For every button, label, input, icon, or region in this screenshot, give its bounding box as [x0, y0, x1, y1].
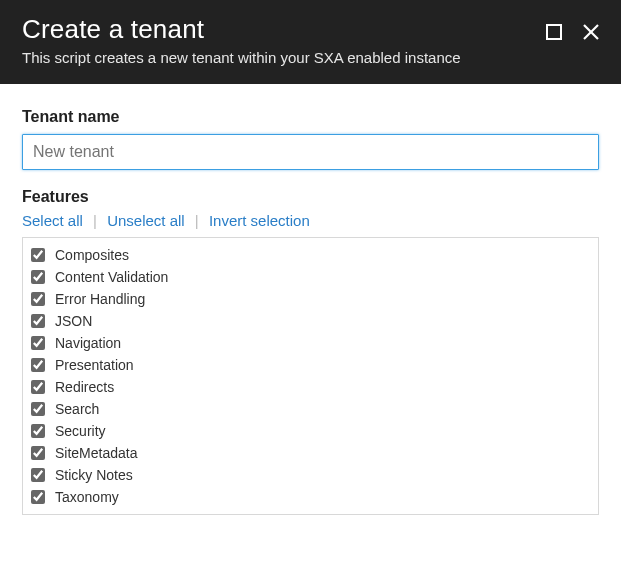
feature-label: Security	[55, 423, 106, 439]
feature-row: Search	[29, 398, 592, 420]
feature-row: SiteMetadata	[29, 442, 592, 464]
feature-row: Redirects	[29, 376, 592, 398]
feature-row: Taxonomy	[29, 486, 592, 508]
feature-checkbox[interactable]	[31, 358, 45, 372]
features-list: CompositesContent ValidationError Handli…	[22, 237, 599, 515]
invert-selection-link[interactable]: Invert selection	[209, 212, 310, 229]
dialog-body: Tenant name Features Select all | Unsele…	[0, 84, 621, 515]
feature-checkbox[interactable]	[31, 446, 45, 460]
select-all-link[interactable]: Select all	[22, 212, 83, 229]
feature-row: Error Handling	[29, 288, 592, 310]
feature-checkbox[interactable]	[31, 402, 45, 416]
maximize-icon[interactable]	[545, 23, 563, 41]
feature-label: Redirects	[55, 379, 114, 395]
separator: |	[195, 212, 199, 229]
feature-checkbox[interactable]	[31, 424, 45, 438]
tenant-name-label: Tenant name	[22, 108, 599, 126]
svg-rect-0	[547, 25, 561, 39]
feature-row: Composites	[29, 244, 592, 266]
feature-actions: Select all | Unselect all | Invert selec…	[22, 212, 599, 229]
feature-row: Sticky Notes	[29, 464, 592, 486]
window-controls	[545, 22, 601, 42]
unselect-all-link[interactable]: Unselect all	[107, 212, 185, 229]
feature-checkbox[interactable]	[31, 292, 45, 306]
tenant-name-input[interactable]	[22, 134, 599, 170]
feature-checkbox[interactable]	[31, 468, 45, 482]
close-icon[interactable]	[581, 22, 601, 42]
feature-checkbox[interactable]	[31, 336, 45, 350]
dialog-subtitle: This script creates a new tenant within …	[22, 49, 599, 66]
feature-label: Taxonomy	[55, 489, 119, 505]
feature-label: Composites	[55, 247, 129, 263]
separator: |	[93, 212, 97, 229]
feature-row: Navigation	[29, 332, 592, 354]
feature-row: Presentation	[29, 354, 592, 376]
feature-label: SiteMetadata	[55, 445, 138, 461]
feature-checkbox[interactable]	[31, 248, 45, 262]
feature-checkbox[interactable]	[31, 490, 45, 504]
feature-label: Navigation	[55, 335, 121, 351]
feature-label: Presentation	[55, 357, 134, 373]
feature-label: Sticky Notes	[55, 467, 133, 483]
feature-checkbox[interactable]	[31, 270, 45, 284]
feature-label: JSON	[55, 313, 92, 329]
feature-checkbox[interactable]	[31, 380, 45, 394]
feature-label: Error Handling	[55, 291, 145, 307]
feature-row: JSON	[29, 310, 592, 332]
features-label: Features	[22, 188, 599, 206]
feature-label: Content Validation	[55, 269, 168, 285]
feature-row: Content Validation	[29, 266, 592, 288]
dialog-header: Create a tenant This script creates a ne…	[0, 0, 621, 84]
dialog-title: Create a tenant	[22, 14, 599, 45]
feature-row: Security	[29, 420, 592, 442]
feature-checkbox[interactable]	[31, 314, 45, 328]
feature-label: Search	[55, 401, 99, 417]
